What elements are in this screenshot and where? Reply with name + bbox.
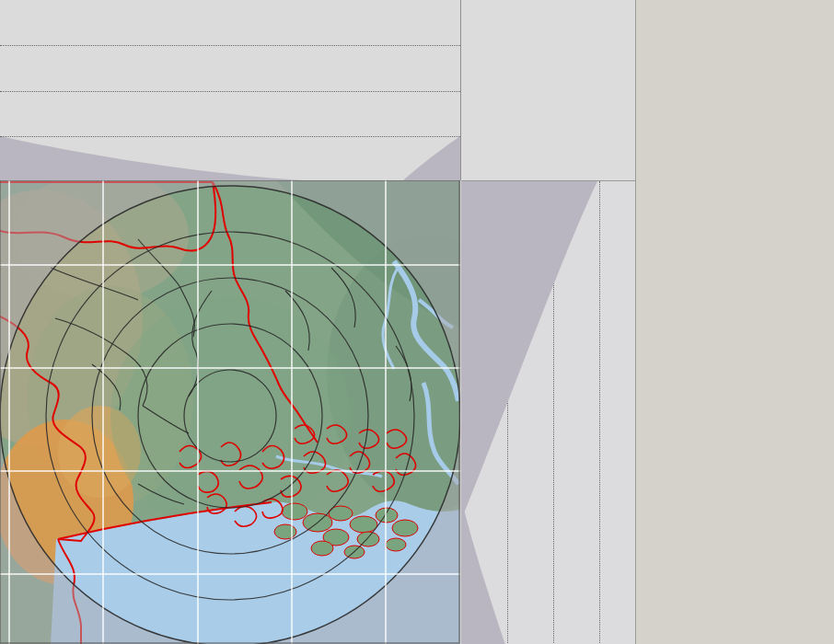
legend-panel (635, 0, 834, 644)
base-map (0, 180, 460, 644)
blind-zone-wedges (0, 0, 460, 180)
axis-label-area (461, 0, 635, 180)
height-gridline (0, 45, 460, 46)
blind-zone-wedges (461, 181, 635, 644)
radar-map-panel (0, 180, 460, 644)
height-gridline (0, 91, 460, 92)
side-height-profile-panel (461, 180, 635, 644)
radar-display (0, 0, 834, 644)
height-gridline (0, 136, 460, 137)
top-height-profile-panel (0, 0, 461, 180)
